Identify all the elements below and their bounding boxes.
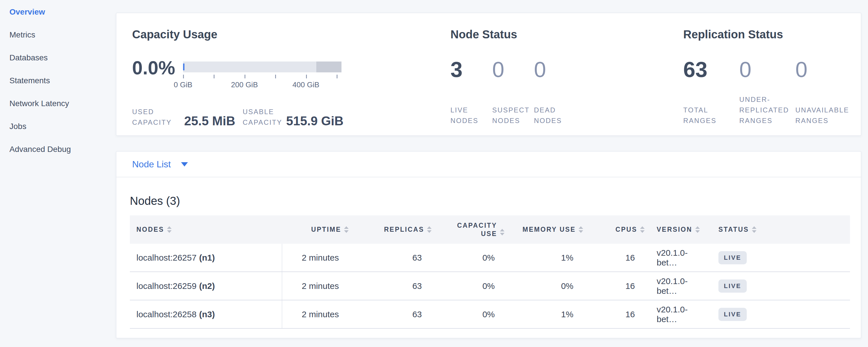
metric-suspect-nodes: 0SUSPECT NODES bbox=[492, 58, 534, 126]
cell-uptime: 2 minutes bbox=[282, 272, 350, 300]
node-address[interactable]: localhost:26259 bbox=[136, 281, 196, 291]
node-list-card: Node List Nodes (3) NODESUPTIMEREPLICASC… bbox=[116, 151, 861, 339]
capacity-chart-row: 0.0% 0 GiB200 GiB400 GiB bbox=[132, 58, 451, 90]
cell-uptime: 2 minutes bbox=[282, 244, 350, 272]
cell-capacity: 0% bbox=[433, 301, 506, 328]
cell-uptime: 2 minutes bbox=[282, 301, 350, 328]
total-ranges-label: TOTAL RANGES bbox=[683, 105, 735, 126]
column-header-memory-use[interactable]: MEMORY USE bbox=[506, 226, 585, 233]
sort-up-arrow bbox=[344, 226, 349, 229]
sidebar-item-statements[interactable]: Statements bbox=[9, 69, 107, 92]
column-header-label: NODES bbox=[136, 226, 164, 233]
sort-icon bbox=[167, 226, 172, 233]
unavailable-ranges-label: UNAVAILABLE RANGES bbox=[795, 105, 847, 126]
table-row[interactable]: localhost:26258(n3)2 minutes630%1%16v20.… bbox=[130, 301, 850, 329]
cell-status: LIVE bbox=[707, 301, 850, 328]
node-list-dropdown-label[interactable]: Node List bbox=[132, 159, 171, 170]
sort-up-arrow bbox=[427, 226, 432, 229]
capacity-bar-chart: 0 GiB200 GiB400 GiB bbox=[183, 58, 341, 90]
sidebar-item-network-latency[interactable]: Network Latency bbox=[9, 92, 107, 115]
sidebar-item-overview[interactable]: Overview bbox=[9, 1, 107, 24]
sort-down-arrow bbox=[427, 230, 432, 233]
capacity-stats-row: USED CAPACITY25.5 MiBUSABLE CAPACITY515.… bbox=[132, 106, 451, 128]
metric-unavailable-ranges: 0UNAVAILABLE RANGES bbox=[795, 58, 851, 126]
column-header-uptime[interactable]: UPTIME bbox=[282, 226, 350, 233]
table-row[interactable]: localhost:26257(n1)2 minutes630%1%16v20.… bbox=[130, 244, 850, 272]
axis-tick bbox=[337, 75, 338, 78]
cell-version: v20.1.0-bet… bbox=[646, 301, 707, 328]
node-status-section: Node Status 3LIVE NODES0SUSPECT NODES0DE… bbox=[451, 28, 683, 135]
table-row[interactable]: localhost:26259(n2)2 minutes630%0%16v20.… bbox=[130, 272, 850, 301]
live-nodes-label: LIVE NODES bbox=[451, 105, 488, 126]
cell-nodes: localhost:26258(n3) bbox=[130, 301, 282, 328]
node-address[interactable]: localhost:26257 bbox=[136, 253, 196, 263]
sort-up-arrow bbox=[695, 226, 700, 229]
capacity-used-percent: 0.0% bbox=[132, 58, 183, 78]
axis-tick-label: 0 GiB bbox=[174, 81, 192, 89]
column-header-cpus[interactable]: CPUS bbox=[585, 226, 646, 233]
under-replicated-ranges-value: 0 bbox=[739, 58, 792, 81]
column-header-capacity-use[interactable]: CAPACITY USE bbox=[433, 221, 506, 238]
column-header-nodes[interactable]: NODES bbox=[130, 226, 282, 233]
sort-up-arrow bbox=[579, 226, 583, 229]
metric-under-replicated-ranges: 0UNDER-REPLICATED RANGES bbox=[739, 58, 795, 126]
capacity-stat: USABLE CAPACITY515.9 GiB bbox=[243, 106, 344, 128]
node-list-dropdown[interactable]: Node List bbox=[116, 152, 861, 177]
sort-up-arrow bbox=[640, 226, 645, 229]
sort-icon bbox=[695, 226, 700, 233]
sort-down-arrow bbox=[695, 230, 700, 233]
cell-status: LIVE bbox=[707, 244, 850, 272]
sidebar-item-databases[interactable]: Databases bbox=[9, 46, 107, 69]
dead-nodes-value: 0 bbox=[534, 58, 572, 81]
cell-version: v20.1.0-bet… bbox=[646, 244, 707, 272]
sort-icon bbox=[427, 226, 432, 233]
cell-cpus: 16 bbox=[585, 272, 646, 300]
node-status-title: Node Status bbox=[451, 28, 683, 41]
sidebar-nav: OverviewMetricsDatabasesStatementsNetwor… bbox=[9, 1, 107, 161]
metric-total-ranges: 63TOTAL RANGES bbox=[683, 58, 739, 126]
cell-capacity: 0% bbox=[433, 244, 506, 272]
replication-status-title: Replication Status bbox=[683, 28, 861, 41]
sidebar-item-metrics[interactable]: Metrics bbox=[9, 24, 107, 46]
nodes-table-title: Nodes (3) bbox=[130, 194, 849, 208]
total-ranges-value: 63 bbox=[683, 58, 735, 81]
cell-memory: 1% bbox=[506, 301, 585, 328]
sort-up-arrow bbox=[752, 226, 756, 229]
status-badge: LIVE bbox=[718, 308, 747, 321]
column-header-label: REPLICAS bbox=[384, 226, 424, 233]
sidebar-item-jobs[interactable]: Jobs bbox=[9, 115, 107, 138]
nodes-table-header: NODESUPTIMEREPLICASCAPACITY USEMEMORY US… bbox=[130, 215, 850, 244]
status-badge: LIVE bbox=[718, 280, 747, 293]
under-replicated-ranges-label: UNDER-REPLICATED RANGES bbox=[739, 94, 792, 126]
axis-tick-label: 200 GiB bbox=[231, 81, 258, 89]
cell-status: LIVE bbox=[707, 272, 850, 300]
sidebar-item-advanced-debug[interactable]: Advanced Debug bbox=[9, 138, 107, 161]
column-header-replicas[interactable]: REPLICAS bbox=[350, 226, 433, 233]
capacity-usage-section: Capacity Usage 0.0% 0 GiB200 GiB400 GiB … bbox=[132, 28, 451, 135]
capacity-bar-other-segment bbox=[316, 62, 341, 72]
sort-down-arrow bbox=[640, 230, 645, 233]
column-header-label: MEMORY USE bbox=[523, 226, 576, 233]
axis-tick bbox=[245, 75, 245, 78]
column-header-label: VERSION bbox=[657, 226, 692, 233]
column-header-label: CAPACITY USE bbox=[454, 221, 497, 238]
sort-icon bbox=[500, 229, 504, 235]
node-list-body: Nodes (3) NODESUPTIMEREPLICASCAPACITY US… bbox=[116, 177, 861, 329]
sort-down-arrow bbox=[167, 230, 172, 233]
sort-icon bbox=[344, 226, 349, 233]
used-capacity-label: USED CAPACITY bbox=[132, 106, 181, 128]
column-header-label: CPUS bbox=[616, 226, 637, 233]
node-address[interactable]: localhost:26258 bbox=[136, 310, 196, 319]
column-header-version[interactable]: VERSION bbox=[646, 226, 707, 233]
capacity-bar-used-marker bbox=[183, 64, 184, 70]
metric-dead-nodes: 0DEAD NODES bbox=[534, 58, 576, 126]
nodes-table-body: localhost:26257(n1)2 minutes630%1%16v20.… bbox=[130, 244, 850, 329]
cell-nodes: localhost:26259(n2) bbox=[130, 272, 282, 300]
node-status-metrics: 3LIVE NODES0SUSPECT NODES0DEAD NODES bbox=[451, 58, 683, 126]
cell-capacity: 0% bbox=[433, 272, 506, 300]
node-id: (n1) bbox=[199, 253, 215, 263]
suspect-nodes-label: SUSPECT NODES bbox=[492, 105, 530, 126]
column-header-status[interactable]: STATUS bbox=[707, 226, 850, 233]
chevron-down-icon bbox=[181, 162, 188, 166]
cell-replicas: 63 bbox=[350, 244, 433, 272]
